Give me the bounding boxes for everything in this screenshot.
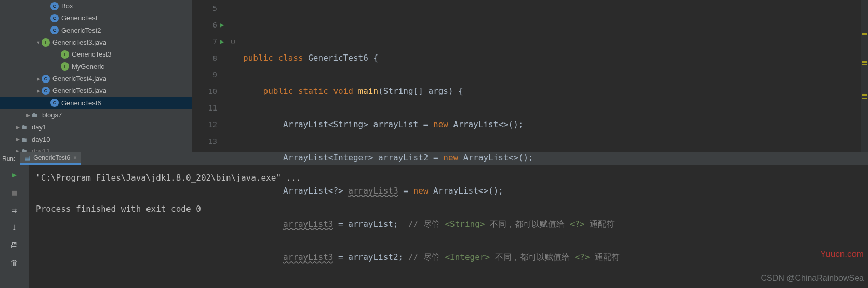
code-text: 不同，都可以赋值给 [490,252,575,262]
code-text: <?> [575,252,590,262]
code-text: <?> [570,219,585,229]
tree-item[interactable]: ▶CGenericTest5.java [0,85,192,97]
folder-icon: 🖿 [31,111,39,119]
close-icon[interactable]: × [73,154,77,161]
run-gutter-icon[interactable]: ▶ [220,21,224,29]
code-editor[interactable]: 5678910111213 ▶ ▶ ⊟ public class Generic… [192,0,868,152]
tree-item-label: day10 [32,135,50,143]
tree-item-label: GenericTest4.java [52,75,106,83]
code-text: new [443,153,463,162]
code-body[interactable]: public class GenericTest6 { public stati… [229,0,868,152]
warning-stripe-mark[interactable] [862,94,867,96]
warning-stripe-mark[interactable] [862,61,867,63]
tree-item[interactable]: ▶CGenericTest4.java [0,73,192,85]
expand-arrow-icon[interactable]: ▶ [35,76,42,81]
interface-icon: I [61,62,69,71]
tree-item[interactable]: ▶CGenericTest2 [0,24,192,36]
run-toolbar: ▶ ■ ⇉ ⭳ 🖶 🗑 [0,165,29,288]
fold-icon[interactable]: ⊟ [231,38,235,45]
line-number: 9 [192,66,217,83]
line-number: 10 [192,83,217,100]
line-number: 7 [192,33,217,50]
tree-item-label: GenericTest [61,14,97,22]
code-text: ArrayList<>(); [433,186,503,196]
code-text: // 尽管 [408,252,445,262]
tree-item[interactable]: ▶IMyGeneric [0,61,192,73]
tree-item[interactable]: ▶IGenericTest3 [0,48,192,60]
watermark-red: Yuucn.com [820,249,864,259]
code-text: ArrayList<>(); [463,153,533,162]
interface-icon: I [42,38,50,47]
code-text: ArrayList<>(); [453,119,524,129]
code-text: main [358,86,379,96]
tree-item-label: GenericTest6 [61,99,101,107]
run-tab[interactable]: ▤ GenericTest6 × [20,152,81,165]
tree-item[interactable]: ▼IGenericTest3.java [0,36,192,48]
tree-item-label: GenericTest2 [61,26,101,34]
code-text: (String[] args) { [378,86,463,96]
code-text: = arrayList2; [333,252,408,262]
tree-item-label: MyGeneric [72,63,104,71]
application-icon: ▤ [24,154,30,161]
expand-arrow-icon[interactable]: ▶ [35,88,42,93]
code-text: arrayList3 [283,252,333,262]
code-text: public class [243,53,308,63]
tree-item-label: Box [61,2,73,10]
tree-item[interactable]: ▶🖿blogs7 [0,109,192,121]
tree-item-label: GenericTest3.java [52,38,106,46]
code-text: GenericTest6 { [308,53,378,63]
run-gutter-icon[interactable]: ▶ [220,38,224,45]
code-text: arrayList3 [283,219,333,229]
expand-arrow-icon[interactable]: ▼ [35,40,42,45]
tree-item-label: day1 [32,123,46,131]
class-icon: C [50,99,59,107]
expand-arrow-icon[interactable]: ▶ [15,149,21,152]
print-icon[interactable]: 🖶 [9,240,20,251]
tree-item[interactable]: ▶🖿day10 [0,133,192,145]
scroll-icon[interactable]: ⭳ [9,222,20,234]
code-text: <String> [445,219,485,229]
code-text: // 尽管 [408,219,445,229]
project-tree[interactable]: ▶CBox▶CGenericTest▶CGenericTest2▼IGeneri… [0,0,192,152]
folder-icon: 🖿 [21,123,29,131]
code-text: ArrayList<String> arrayList = [283,119,433,129]
editor-error-stripe[interactable] [861,0,868,152]
tree-item-label: GenericTest3 [72,50,112,58]
rerun-icon[interactable]: ▶ [9,169,20,181]
code-text: public static void [263,86,358,96]
warning-stripe-mark[interactable] [862,33,867,35]
folder-icon: 🖿 [21,147,29,152]
line-number: 8 [192,50,217,66]
watermark-gray: CSDN @ChinaRainbowSea [760,273,864,283]
run-panel-title: Run: [2,155,15,162]
line-number: 13 [192,133,217,149]
console-line: Process finished with exit code 0 [36,204,201,214]
tree-item-label: GenericTest5.java [52,87,106,94]
trash-icon[interactable]: 🗑 [9,257,20,269]
code-text: new [433,119,453,129]
tree-item[interactable]: ▶CGenericTest [0,12,192,24]
tree-item[interactable]: ▶🖿day11 [0,145,192,152]
line-number: 11 [192,100,217,116]
tree-item-label: blogs7 [42,111,62,119]
stop-icon[interactable]: ■ [9,187,20,198]
code-text: arrayList3 [348,186,398,196]
code-text: <Integer> [445,252,490,262]
layout-icon[interactable]: ⇉ [9,204,20,216]
expand-arrow-icon[interactable]: ▶ [15,125,21,130]
expand-arrow-icon[interactable]: ▶ [15,136,21,142]
warning-stripe-mark[interactable] [862,98,867,99]
line-number: 5 [192,0,217,17]
warning-stripe-mark[interactable] [862,64,867,65]
class-icon: C [50,26,59,34]
code-text: = [398,186,413,196]
run-tab-label: GenericTest6 [33,154,70,161]
tree-item[interactable]: ▶CBox [0,0,192,12]
tree-item[interactable]: ▶🖿day1 [0,121,192,133]
code-text: ArrayList<Integer> arrayList2 = [283,153,443,162]
expand-arrow-icon[interactable]: ▶ [25,113,31,118]
class-icon: C [50,2,59,10]
class-icon: C [42,75,50,83]
tree-item[interactable]: ▶CGenericTest6 [0,97,192,109]
line-number: 6 [192,17,217,33]
